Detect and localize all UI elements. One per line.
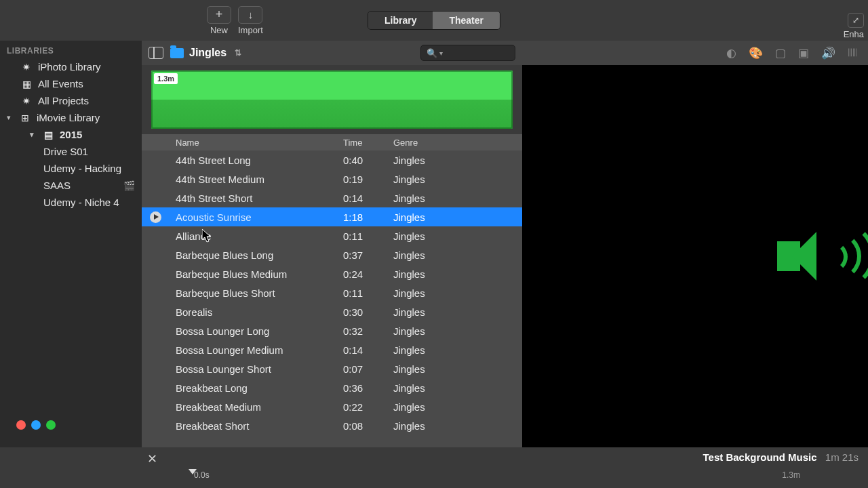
sidebar-item-label: All Projects [38,95,89,106]
chevron-down-icon: ▾ [439,49,443,57]
track-time: 0:07 [343,363,393,375]
table-row[interactable]: Barbeque Blues Medium0:24Jingles [142,264,522,283]
track-name: 44th Street Long [169,155,343,166]
library-icon: ⊞ [19,113,31,123]
footer: ✕ Test Background Music 1m 21s 0.0s 1.3m [0,447,868,488]
table-row[interactable]: 44th Street Medium0:19Jingles [142,169,522,188]
col-name[interactable]: Name [169,138,343,148]
track-name: Bossa Lounger Long [169,325,343,337]
project-info: Test Background Music 1m 21s [162,447,868,463]
timeline[interactable]: 0.0s 1.3m [156,473,868,488]
table-row[interactable]: 44th Street Long0:40Jingles [142,150,522,169]
browser-toolbar: Jingles ⇅ 🔍 ▾ [142,41,522,65]
sidebar-item-label: Drive S01 [43,146,88,157]
min-dot[interactable] [31,420,41,430]
tab-library[interactable]: Library [368,12,433,29]
preview-pane: ◐ 🎨 ▢ ▣ 🔊 ⦀⦀ [522,41,868,447]
viewer [522,65,868,447]
sidebar-item[interactable]: Udemy - Niche 4 [0,194,142,211]
track-time: 0:08 [343,420,393,432]
sidebar-item-label: iPhoto Library [38,61,101,73]
new-button[interactable]: + New [207,6,231,35]
table-row[interactable]: Breakbeat Short0:08Jingles [142,416,522,435]
track-genre: Jingles [393,420,522,432]
sidebar-item-label: iMovie Library [37,112,100,123]
sidebar-item-label: 2015 [60,129,82,140]
track-time: 0:11 [343,287,393,299]
project-title: Test Background Music [703,451,817,463]
track-time: 0:14 [343,344,393,356]
table-row[interactable]: Alliance0:11Jingles [142,226,522,245]
sidebar-item[interactable]: Udemy - Hacking [0,160,142,177]
panel-toggle-icon[interactable] [149,47,163,59]
track-genre: Jingles [393,155,522,166]
sidebar-item-label: Udemy - Niche 4 [43,197,119,208]
sidebar-item[interactable]: Drive S01 [0,143,142,160]
download-icon: ↓ [248,9,254,20]
crop-icon[interactable]: ▢ [775,46,786,60]
track-time: 0:19 [343,174,393,185]
table-row[interactable]: Acoustic Sunrise1:18Jingles [142,207,522,226]
table-row[interactable]: 44th Street Short0:14Jingles [142,188,522,207]
track-name: Acoustic Sunrise [169,211,343,223]
expand-icon: ⤢ [852,16,859,25]
tab-theater[interactable]: Theater [433,12,500,29]
track-time: 0:30 [343,306,393,318]
table-row[interactable]: Bossa Lounger Long0:32Jingles [142,321,522,340]
timeline-end: 1.3m [782,470,800,480]
table-row[interactable]: Breakbeat Medium0:22Jingles [142,397,522,416]
volume-icon[interactable]: 🔊 [821,46,835,60]
import-button[interactable]: ↓ Import [238,6,263,35]
zoom-dot[interactable] [46,420,56,430]
sidebar-item-label: SAAS [43,180,71,191]
color-icon[interactable]: 🎨 [749,46,763,60]
enhance-button[interactable]: ⤢ Enha [844,13,868,39]
waveform-preview[interactable]: 1.3m [142,65,522,134]
sidebar-item[interactable]: ✷All Projects [0,92,142,109]
sidebar-item[interactable]: ✷iPhoto Library [0,58,142,75]
col-time[interactable]: Time [343,138,393,148]
track-time: 0:24 [343,268,393,280]
track-name: Bossa Lounger Short [169,363,343,375]
table-row[interactable]: Bossa Lounger Medium0:14Jingles [142,340,522,359]
sidebar-item[interactable]: ▤2015 [0,126,142,143]
table-row[interactable]: Barbeque Blues Short0:11Jingles [142,283,522,302]
close-dot[interactable] [16,420,26,430]
sidebar-item[interactable]: SAAS🎬 [0,177,142,194]
track-genre: Jingles [393,344,522,356]
track-name: Bossa Lounger Medium [169,344,343,356]
track-time: 0:40 [343,155,393,166]
table-row[interactable]: Barbeque Blues Long0:37Jingles [142,245,522,264]
track-genre: Jingles [393,211,522,223]
clapper-icon: 🎬 [123,180,135,191]
import-label: Import [238,25,263,35]
sidebar: LIBRARIES ✷iPhoto Library▦All Events✷All… [0,41,142,447]
sidebar-item[interactable]: ⊞iMovie Library [0,109,142,126]
search-input[interactable]: 🔍 ▾ [420,45,515,61]
folder-breadcrumb[interactable]: Jingles ⇅ [170,47,241,59]
play-cell[interactable] [142,211,169,223]
track-time: 0:37 [343,249,393,261]
sort-icon: ⇅ [235,48,241,58]
balance-icon[interactable]: ◐ [726,46,736,60]
close-timeline-button[interactable]: ✕ [142,447,162,466]
camera-icon[interactable]: ▣ [798,46,809,60]
track-time: 0:36 [343,382,393,394]
equalizer-icon[interactable]: ⦀⦀ [848,46,857,60]
track-genre: Jingles [393,363,522,375]
table-row[interactable]: Bossa Lounger Short0:07Jingles [142,359,522,378]
track-genre: Jingles [393,325,522,337]
track-name: Breakbeat Long [169,382,343,394]
library-icon: ▤ [42,129,54,140]
table-header: Name Time Genre [142,134,522,150]
track-time: 0:32 [343,325,393,337]
timeline-start: 0.0s [194,470,210,480]
table-row[interactable]: Borealis0:30Jingles [142,302,522,321]
track-genre: Jingles [393,287,522,299]
col-genre[interactable]: Genre [393,138,522,148]
sidebar-item[interactable]: ▦All Events [0,75,142,92]
preview-toolbar: ◐ 🎨 ▢ ▣ 🔊 ⦀⦀ [522,41,868,65]
table-row[interactable]: Breakbeat Long0:36Jingles [142,378,522,397]
topbar: + New ↓ Import Library Theater ⤢ Enha [0,0,868,41]
track-genre: Jingles [393,306,522,318]
